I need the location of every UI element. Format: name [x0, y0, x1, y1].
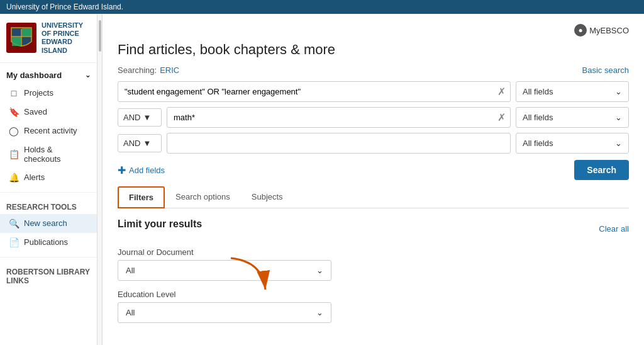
page-title: Find articles, book chapters & more	[118, 42, 629, 58]
search-row-1: ✗ All fields ⌄	[118, 81, 629, 102]
education-dropdown[interactable]: All ⌄	[118, 302, 331, 323]
clear-input-2[interactable]: ✗	[497, 113, 506, 123]
field-select-1-label: All fields	[523, 87, 553, 96]
clear-all-link[interactable]: Clear all	[599, 224, 629, 234]
header-row: ● MyEBSCO	[118, 24, 629, 37]
searching-source[interactable]: ERIC	[160, 65, 179, 75]
sidebar-item-label: Recent activity	[24, 126, 77, 135]
sidebar-item-projects[interactable]: □ Projects	[0, 84, 97, 103]
dashboard-section[interactable]: My dashboard ⌄	[0, 63, 97, 84]
sidebar-divider-2	[0, 257, 97, 257]
publications-icon: 📄	[9, 237, 19, 247]
search-input-wrapper-2: ✗	[167, 107, 511, 128]
boolean-value-2: AND	[123, 113, 140, 122]
sidebar-item-label: Alerts	[24, 172, 45, 182]
sidebar-item-label: New search	[24, 218, 67, 228]
sidebar-item-alerts[interactable]: 🔔 Alerts	[0, 168, 97, 187]
journal-label: Journal or Document	[118, 247, 629, 257]
boolean-select-3[interactable]: AND ▼	[118, 134, 162, 152]
sidebar-item-holds-checkouts[interactable]: 📋 Holds & checkouts	[0, 140, 97, 168]
saved-icon: 🔖	[9, 107, 19, 117]
add-fields-row: ✚ Add fields Search	[118, 160, 629, 180]
top-bar: University of Prince Edward Island.	[0, 0, 644, 14]
filter-group-journal: Journal or Document All ⌄	[118, 247, 629, 281]
search-input-wrapper-3	[167, 133, 511, 154]
holds-icon: 📋	[9, 149, 19, 159]
tab-subjects[interactable]: Subjects	[241, 186, 294, 208]
recent-activity-icon: ◯	[9, 126, 19, 136]
clear-input-1[interactable]: ✗	[497, 87, 506, 97]
field-select-3-chevron: ⌄	[615, 139, 622, 148]
dashboard-chevron: ⌄	[85, 71, 91, 79]
sidebar-scrollbar[interactable]	[97, 14, 103, 345]
add-fields-label: Add fields	[129, 166, 165, 175]
dashboard-label: My dashboard	[6, 71, 62, 80]
svg-rect-4	[12, 37, 21, 46]
basic-search-link[interactable]: Basic search	[582, 65, 629, 75]
account-icon: ●	[574, 24, 587, 37]
boolean-value-3: AND	[123, 139, 140, 148]
search-row-3: AND ▼ All fields ⌄	[118, 133, 629, 154]
content-area: ● MyEBSCO Find articles, book chapters &…	[103, 14, 644, 345]
field-select-3-label: All fields	[523, 139, 553, 148]
journal-dropdown[interactable]: All ⌄	[118, 260, 331, 281]
search-input-wrapper-1: ✗	[118, 81, 511, 102]
boolean-select-2[interactable]: AND ▼	[118, 108, 162, 127]
sidebar-logo-text: UNIVERSITY of Prince Edward ISLAND	[42, 21, 91, 55]
sidebar-item-new-search[interactable]: 🔍 New search	[0, 214, 97, 233]
sidebar-item-label: Projects	[24, 88, 53, 98]
boolean-chevron-3: ▼	[143, 139, 151, 148]
search-input-3[interactable]	[167, 133, 511, 154]
journal-value: All	[126, 266, 135, 275]
add-fields-button[interactable]: ✚ Add fields	[118, 164, 165, 176]
boolean-chevron-2: ▼	[143, 113, 151, 122]
sidebar-item-label: Publications	[24, 237, 68, 247]
limit-section: Limit your results Clear all Journal or …	[118, 218, 629, 323]
field-select-2-chevron: ⌄	[615, 113, 622, 122]
sidebar-logo: UNIVERSITY of Prince Edward ISLAND	[0, 14, 97, 63]
projects-icon: □	[9, 88, 19, 98]
field-select-2[interactable]: All fields ⌄	[516, 107, 629, 128]
journal-chevron: ⌄	[316, 266, 323, 275]
sidebar-item-saved[interactable]: 🔖 Saved	[0, 103, 97, 122]
filter-tabs: Filters Search options Subjects	[118, 186, 629, 208]
field-select-3[interactable]: All fields ⌄	[516, 133, 629, 154]
field-select-2-label: All fields	[523, 113, 553, 122]
field-select-1-chevron: ⌄	[615, 87, 622, 96]
alerts-icon: 🔔	[9, 172, 19, 183]
add-fields-icon: ✚	[118, 164, 126, 176]
robertson-library-heading: Robertson Library Links	[0, 263, 97, 288]
myebsco-link[interactable]: ● MyEBSCO	[574, 24, 629, 37]
education-chevron: ⌄	[316, 308, 323, 317]
education-label: Education Level	[118, 290, 629, 299]
field-select-1[interactable]: All fields ⌄	[516, 81, 629, 102]
sidebar-item-label: Saved	[24, 107, 47, 116]
sidebar-item-publications[interactable]: 📄 Publications	[0, 233, 97, 252]
education-value: All	[126, 308, 135, 317]
new-search-icon: 🔍	[9, 218, 19, 229]
myebsco-label: MyEBSCO	[589, 26, 629, 35]
sidebar-item-recent-activity[interactable]: ◯ Recent activity	[0, 122, 97, 140]
tab-search-options[interactable]: Search options	[165, 186, 241, 208]
search-input-1[interactable]	[118, 81, 511, 102]
research-tools-heading: Research tools	[0, 198, 97, 214]
search-row-2: AND ▼ ✗ All fields ⌄	[118, 107, 629, 128]
searching-row: Searching: ERIC Basic search	[118, 65, 629, 75]
filter-group-education: Education Level All ⌄	[118, 290, 629, 323]
limit-title: Limit your results	[118, 218, 202, 230]
searching-label: Searching:	[118, 65, 157, 75]
search-input-2[interactable]	[167, 107, 511, 128]
sidebar-item-label: Holds & checkouts	[24, 145, 91, 164]
sidebar: UNIVERSITY of Prince Edward ISLAND My da…	[0, 14, 97, 345]
university-logo	[6, 23, 36, 53]
top-bar-text: University of Prince Edward Island.	[6, 3, 123, 11]
scrollbar-thumb	[99, 20, 101, 52]
tab-filters[interactable]: Filters	[118, 186, 165, 208]
svg-rect-5	[22, 28, 31, 36]
sidebar-divider	[0, 192, 97, 193]
arrow-annotation: Education Level All ⌄	[118, 290, 629, 323]
search-button[interactable]: Search	[574, 160, 629, 180]
